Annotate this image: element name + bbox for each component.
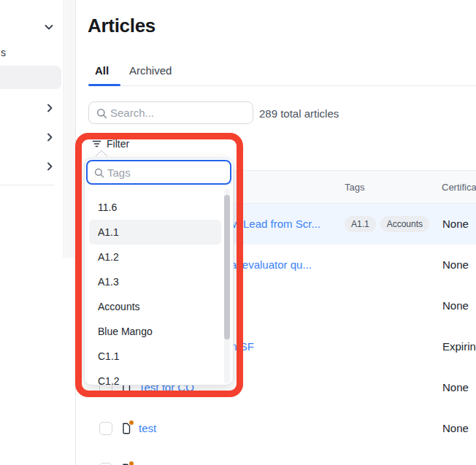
page-title: Articles [88, 15, 156, 37]
active-tab-underline [88, 84, 120, 86]
tag-option[interactable]: A1.3 [89, 269, 221, 294]
article-link[interactable]: ral evaluator qu... [227, 258, 312, 271]
articles-page: s Articles All Archived 289 total articl… [0, 0, 476, 465]
filter-button[interactable]: Filter [91, 138, 129, 150]
tag-option-highlighted[interactable]: A1.1 [89, 220, 221, 245]
tabs-baseline [88, 85, 476, 86]
draft-dot-icon [128, 420, 134, 426]
filter-popover: 11.6 A1.1 A1.2 A1.3 Accounts Blue Mango … [84, 158, 234, 385]
tags-search-box [86, 160, 231, 185]
sidebar-divider [0, 185, 55, 185]
chevron-right-icon[interactable] [43, 131, 56, 144]
scrollbar-thumb[interactable] [224, 195, 230, 339]
certification-value: None [442, 299, 469, 312]
tags-filter-input[interactable] [88, 161, 230, 183]
document-icon [120, 422, 133, 435]
search-input[interactable] [89, 102, 253, 123]
table-row[interactable]: test None [88, 408, 476, 449]
certification-value: None [442, 258, 469, 271]
column-header-tags: Tags [345, 182, 364, 193]
tag-option[interactable]: C1.2 [89, 369, 221, 385]
chevron-right-icon[interactable] [43, 160, 56, 173]
row-checkbox[interactable] [99, 422, 112, 435]
tag-option[interactable]: 11.6 [89, 195, 221, 220]
draft-dot-icon [128, 461, 134, 465]
certification-value: None [442, 422, 469, 434]
sidebar-item-label-fragment: s [1, 47, 6, 58]
article-link[interactable]: test [139, 422, 156, 434]
table-row[interactable] [88, 449, 476, 465]
sidebar-item-selected[interactable] [0, 66, 61, 89]
sidebar-gutter [65, 0, 75, 258]
tag-option[interactable]: C1.1 [89, 344, 221, 369]
column-header-certification: Certification [442, 182, 476, 193]
sidebar-panel: s [0, 0, 64, 258]
chevron-right-icon[interactable] [43, 101, 56, 115]
tab-archived[interactable]: Archived [129, 64, 172, 77]
chevron-down-icon[interactable] [42, 20, 55, 34]
tag-option-list: 11.6 A1.1 A1.2 A1.3 Accounts Blue Mango … [85, 186, 234, 385]
total-articles-count: 289 total articles [259, 107, 339, 120]
search-box [88, 101, 253, 124]
tag-option[interactable]: Blue Mango [89, 319, 221, 344]
filter-label: Filter [107, 138, 129, 150]
tag-option[interactable]: Accounts [89, 294, 221, 319]
certification-value: Expiring [442, 340, 476, 353]
article-link[interactable]: w Lead from Scr... [232, 218, 320, 230]
tag-option[interactable]: A1.2 [89, 245, 221, 269]
tag-pills: A1.1 Accounts [345, 216, 429, 232]
tab-all[interactable]: All [95, 64, 109, 77]
certification-value: None [442, 218, 469, 230]
content-divider [75, 0, 76, 465]
tag-pill[interactable]: Accounts [380, 216, 429, 232]
tag-pill[interactable]: A1.1 [345, 216, 376, 232]
filter-icon [91, 139, 102, 149]
certification-value: None [442, 381, 469, 393]
